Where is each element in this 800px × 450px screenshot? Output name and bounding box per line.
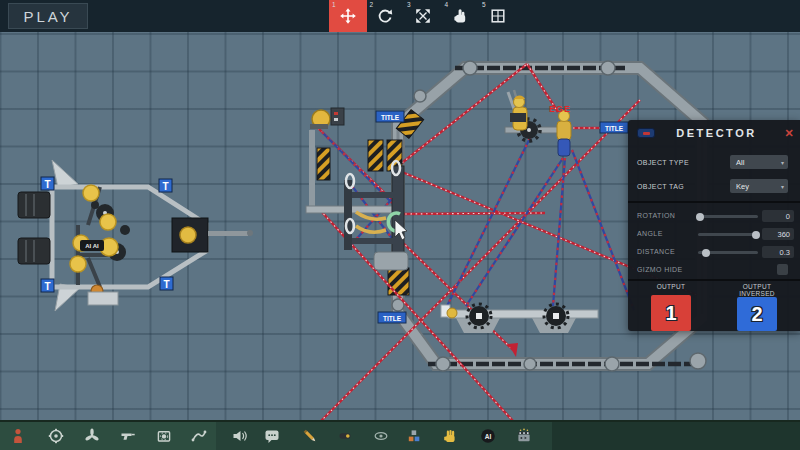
object-tag-select[interactable]: Key ▾ [730,179,788,193]
rotation-slider[interactable] [698,215,758,218]
object-type-label: OBJECT TYPE [637,159,689,166]
svg-text:T: T [162,181,168,192]
red-marker-text: EGE [549,104,571,114]
scale-icon [415,8,431,24]
output-label: OUTPUT [641,283,701,295]
tool-rotate[interactable]: 2 [367,0,405,32]
object-tag-label: OBJECT TAG [637,183,684,190]
tool-move[interactable]: 1 [329,0,367,32]
figures-group[interactable]: EGE [505,90,571,156]
distance-value[interactable]: 0.3 [762,246,794,258]
panel-title: DETECTOR [655,127,778,139]
gadget-vision[interactable] [373,428,389,444]
output-inversed-button[interactable]: 2 [737,297,777,331]
sign-box [331,108,344,125]
ragdoll-figure [513,95,527,130]
distance-label: DISTANCE [637,248,675,255]
close-icon[interactable]: ✕ [778,127,800,140]
chat-bubble-icon [264,428,280,444]
gizmo-hide-label: GIZMO HIDE [637,266,683,273]
category-wiring[interactable] [191,428,207,444]
angle-value[interactable]: 360 [762,228,794,240]
tool-scale[interactable]: 3 [404,0,442,32]
hand-icon [442,428,458,444]
gadget-sound[interactable] [232,428,248,444]
game-screen: AI AI T T T T [0,0,800,450]
drag-hand-icon [452,8,468,24]
category-contraption[interactable] [156,428,172,444]
object-type-select[interactable]: All ▾ [730,155,788,169]
detector-panel: DETECTOR ✕ OBJECT TYPE All ▾ OBJECT TAG … [628,120,800,331]
category-human[interactable] [10,428,26,444]
tool-drag[interactable]: 4 [442,0,480,32]
gadget-grab-hand[interactable] [442,428,458,444]
distance-slider[interactable] [698,251,758,254]
bottom-bar-spacer [552,422,800,450]
gadget-dialogue[interactable] [264,428,280,444]
svg-text:T: T [163,279,169,290]
gizmo-hide-row: GIZMO HIDE [628,261,800,277]
output-inversed-label: OUTPUT INVERSED [727,283,787,297]
gizmo-hide-checkbox[interactable] [777,264,788,275]
gadget-ai[interactable]: AI [480,428,496,444]
output-button[interactable]: 1 [651,295,691,331]
bottom-bar: AI [0,420,800,450]
title-tags: TITLE TITLE TITLE [376,111,628,323]
detector-header: DETECTOR ✕ [628,120,800,146]
blocks-icon [406,428,422,444]
rotation-value[interactable]: 0 [762,210,794,222]
svg-text:TITLE: TITLE [605,125,624,132]
category-section [0,422,216,450]
play-button[interactable]: PLAY [8,3,88,29]
vehicle-contraption[interactable]: AI AI T T T T [18,160,253,311]
wiring-icon [191,428,207,444]
hook [356,226,386,232]
move-icon [340,8,356,24]
category-machinery[interactable] [48,428,64,444]
ragdoll-figure [557,111,571,157]
t-boxes: T T T T [41,177,173,292]
cylinder-base [374,252,408,270]
slider-handle[interactable] [702,249,710,257]
gadget-scene-director[interactable] [516,428,532,444]
tail-fin [52,160,78,188]
hazard-block [388,268,409,295]
category-propeller[interactable] [84,428,100,444]
wheeled-cart[interactable] [441,304,598,333]
object-tag-row: OBJECT TAG Key ▾ [628,176,800,196]
ai-chip-label: AI AI [85,243,99,249]
capsule-icon [337,428,353,444]
grab-hand [180,227,196,243]
angle-slider[interactable] [698,233,758,236]
slider-handle[interactable] [752,231,760,239]
object-tag-value: Key [736,182,749,191]
chevron-down-icon: ▾ [781,159,784,166]
rotation-label: ROTATION [637,212,675,219]
angle-row: ANGLE 360 [628,225,800,241]
slider-handle[interactable] [696,213,704,221]
gadget-blocks[interactable] [406,428,422,444]
tool-hotkey: 3 [407,1,411,8]
contraption-icon [156,428,172,444]
bracket [88,292,118,305]
top-bar: PLAY 1 2 3 [0,0,800,32]
svg-text:T: T [44,179,50,190]
ai-icon-label: AI [485,433,492,440]
svg-text:TITLE: TITLE [383,315,402,322]
object-type-value: All [736,158,744,167]
gizmo [447,308,457,318]
output-inversed-column: OUTPUT INVERSED 2 [714,280,800,331]
tool-snap-grid[interactable]: 5 [479,0,517,32]
svg-text:TITLE: TITLE [381,114,400,121]
gadget-capsule[interactable] [337,428,353,444]
human-icon [10,428,26,444]
category-firearm[interactable] [120,428,136,444]
svg-text:T: T [44,281,50,292]
cannon-barrel [208,231,248,236]
distance-row: DISTANCE 0.3 [628,243,800,259]
divider [628,201,800,203]
outputs-section: OUTPUT 1 OUTPUT INVERSED 2 [628,280,800,331]
tool-strip: 1 2 3 [329,0,517,32]
detector-icon [637,128,655,138]
gadget-pencil[interactable] [302,428,318,444]
